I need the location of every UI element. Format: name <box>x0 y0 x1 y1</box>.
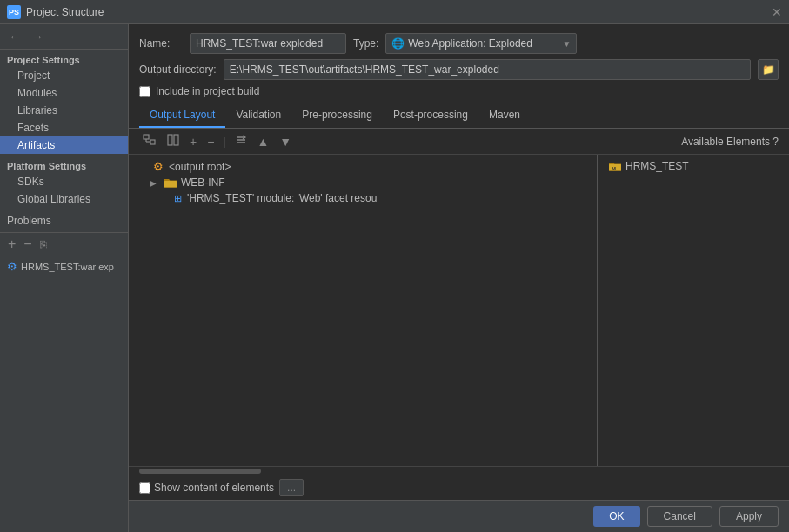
tree-item-hrms-test[interactable]: M HRMS_TEST <box>598 158 789 174</box>
column-icon <box>167 134 179 146</box>
split-pane: ⚙ <output root> ▶ WEB-INF <box>129 155 789 466</box>
tree-label-hrms-test: HRMS_TEST <box>625 160 689 172</box>
output-tree-expand-button[interactable] <box>139 132 160 150</box>
output-add-button[interactable]: + <box>186 133 200 150</box>
tab-output-layout[interactable]: Output Layout <box>139 103 225 128</box>
module-web-icon: ⊞ <box>174 193 182 204</box>
separator: | <box>223 136 225 148</box>
output-dir-input[interactable] <box>224 59 751 80</box>
sidebar-item-artifacts[interactable]: Artifacts <box>0 136 128 154</box>
output-layout-panel: + − | ▲ ▼ Available Elements ? <box>129 129 789 500</box>
right-tree-pane: M HRMS_TEST <box>598 155 789 466</box>
artifact-icon: ⚙ <box>7 260 17 273</box>
sidebar: ← → Project Settings Project Modules Lib… <box>0 24 129 532</box>
chevron-right-icon: ▶ <box>150 178 160 188</box>
sidebar-nav: ← → <box>0 24 128 50</box>
artifact-copy-button[interactable]: ⎘ <box>37 238 50 251</box>
include-build-label: Include in project build <box>156 85 259 97</box>
type-select-value: Web Application: Exploded <box>408 37 532 50</box>
tab-post-processing[interactable]: Post-processing <box>383 103 478 128</box>
output-col-button[interactable] <box>164 132 183 150</box>
horizontal-scrollbar[interactable] <box>139 469 261 474</box>
artifact-item-label: HRMS_TEST:war exp <box>21 262 114 272</box>
include-build-row: Include in project build <box>139 85 779 97</box>
title-bar: PS Project Structure ✕ <box>0 0 789 24</box>
artifact-section: + − ⎘ ⚙ HRMS_TEST:war exp <box>0 232 128 276</box>
svg-rect-5 <box>174 135 178 145</box>
tree-label-webinf: WEB-INF <box>181 176 225 189</box>
tree-item-output-root[interactable]: ⚙ <output root> <box>129 158 597 175</box>
folder-icon: 📁 <box>762 63 775 76</box>
name-input[interactable] <box>190 33 346 54</box>
nav-forward-button[interactable]: → <box>28 28 47 45</box>
folder-icon <box>164 176 177 189</box>
sort-icon <box>235 134 247 146</box>
output-remove-button[interactable]: − <box>204 133 217 150</box>
show-content-row: Show content of elements <box>139 482 274 494</box>
tab-maven[interactable]: Maven <box>478 103 531 128</box>
browse-folder-button[interactable]: 📁 <box>758 59 779 80</box>
tabs-bar: Output Layout Validation Pre-processing … <box>129 103 789 129</box>
artifact-add-button[interactable]: + <box>5 236 18 252</box>
tab-pre-processing[interactable]: Pre-processing <box>291 103 383 128</box>
tree-item-webinf[interactable]: ▶ WEB-INF <box>129 175 597 190</box>
show-content-label: Show content of elements <box>154 482 274 494</box>
sidebar-item-modules[interactable]: Modules <box>0 84 128 102</box>
svg-rect-9 <box>164 181 177 188</box>
sidebar-item-problems[interactable]: Problems <box>0 208 128 229</box>
sidebar-item-facets[interactable]: Facets <box>0 119 128 136</box>
svg-text:M: M <box>612 166 616 171</box>
artifact-item[interactable]: ⚙ HRMS_TEST:war exp <box>0 256 128 276</box>
title-bar-left: PS Project Structure <box>7 5 104 19</box>
name-type-row: Name: Type: 🌐 Web Application: Exploded … <box>139 33 779 54</box>
apply-button[interactable]: Apply <box>719 506 779 527</box>
tab-validation[interactable]: Validation <box>225 103 291 128</box>
tree-item-web-facet[interactable]: ⊞ 'HRMS_TEST' module: 'Web' facet resou <box>129 190 597 206</box>
content-panel: Name: Type: 🌐 Web Application: Exploded … <box>129 24 789 532</box>
type-select[interactable]: 🌐 Web Application: Exploded ▼ <box>385 33 577 54</box>
output-dir-label: Output directory: <box>139 63 217 76</box>
platform-settings-header: Platform Settings <box>0 154 128 173</box>
left-tree-pane: ⚙ <output root> ▶ WEB-INF <box>129 155 598 466</box>
dots-button[interactable]: ... <box>279 479 304 496</box>
ok-button[interactable]: OK <box>593 506 639 527</box>
tree-label-output-root: <output root> <box>169 161 231 173</box>
cancel-button[interactable]: Cancel <box>647 506 712 527</box>
artifact-remove-button[interactable]: − <box>21 236 34 252</box>
output-sort-button[interactable] <box>231 132 251 150</box>
expand-tree-icon <box>143 134 157 146</box>
output-down-button[interactable]: ▼ <box>276 133 295 150</box>
include-build-checkbox[interactable] <box>139 86 150 97</box>
chevron-down-icon: ▼ <box>562 39 571 49</box>
main-layout: ← → Project Settings Project Modules Lib… <box>0 24 789 532</box>
project-settings-header: Project Settings <box>0 50 128 67</box>
show-content-checkbox[interactable] <box>139 482 150 494</box>
scroll-bar-area <box>129 466 789 475</box>
sidebar-item-project[interactable]: Project <box>0 67 128 84</box>
tree-label-web-facet: 'HRMS_TEST' module: 'Web' facet resou <box>187 192 377 204</box>
output-up-button[interactable]: ▲ <box>254 133 273 150</box>
web-app-icon: 🌐 <box>391 37 405 50</box>
gear-icon: ⚙ <box>153 160 164 173</box>
available-elements-label: Available Elements ? <box>681 136 779 148</box>
title-bar-title: Project Structure <box>26 6 104 18</box>
output-dir-row: Output directory: 📁 <box>139 59 779 80</box>
name-label: Name: <box>139 37 183 50</box>
type-label: Type: <box>353 37 378 50</box>
svg-rect-1 <box>150 140 155 144</box>
nav-back-button[interactable]: ← <box>5 28 24 45</box>
bottom-bar: Show content of elements ... <box>129 475 789 500</box>
footer: OK Cancel Apply <box>129 500 789 532</box>
module-folder-icon: M <box>608 160 622 172</box>
form-area: Name: Type: 🌐 Web Application: Exploded … <box>129 24 789 103</box>
app-icon: PS <box>7 5 21 19</box>
sidebar-item-global-libraries[interactable]: Global Libraries <box>0 190 128 208</box>
output-toolbar: + − | ▲ ▼ Available Elements ? <box>129 129 789 155</box>
close-button[interactable]: ✕ <box>772 5 782 19</box>
sidebar-item-libraries[interactable]: Libraries <box>0 102 128 119</box>
artifact-toolbar: + − ⎘ <box>0 233 128 256</box>
sidebar-item-sdks[interactable]: SDKs <box>0 173 128 190</box>
svg-rect-0 <box>144 135 149 139</box>
svg-rect-4 <box>168 135 172 145</box>
